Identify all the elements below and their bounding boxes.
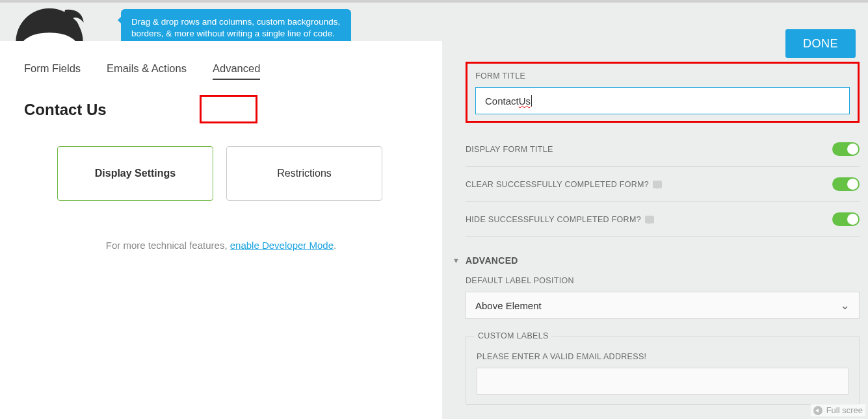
clear-form-label: CLEAR SUCCESSFULLY COMPLETED FORM? <box>466 180 662 189</box>
form-title-highlight: FORM TITLE Contact Us <box>466 62 860 123</box>
chevron-down-icon: ▼ <box>453 257 460 264</box>
left-panel: Form Fields Emails & Actions Advanced Co… <box>0 41 442 419</box>
page-title: Contact Us <box>0 80 442 119</box>
tab-form-fields[interactable]: Form Fields <box>24 62 81 80</box>
hide-form-row: HIDE SUCCESSFULLY COMPLETED FORM? <box>466 202 860 237</box>
fullscreen-text: Full scree <box>826 405 863 415</box>
form-title-label: FORM TITLE <box>475 71 850 81</box>
chevron-down-icon: ⌄ <box>840 298 850 312</box>
help-icon[interactable] <box>653 181 662 188</box>
default-label-pos-value: Above Element <box>475 300 542 311</box>
custom-labels-fieldset: CUSTOM LABELS PLEASE ENTER A VALID EMAIL… <box>466 336 860 405</box>
dev-note-post: . <box>334 240 336 251</box>
form-title-input[interactable]: Contact Us <box>475 87 850 114</box>
nav-tabs: Form Fields Emails & Actions Advanced <box>0 41 442 80</box>
advanced-section-header[interactable]: ▼ ADVANCED <box>466 237 860 272</box>
text-cursor <box>531 95 532 107</box>
card-restrictions[interactable]: Restrictions <box>226 146 382 201</box>
help-icon[interactable] <box>645 216 654 223</box>
fullscreen-hint[interactable]: Full scree <box>811 404 865 416</box>
clear-form-label-text: CLEAR SUCCESSFULLY COMPLETED FORM? <box>466 180 649 189</box>
hide-form-label-text: HIDE SUCCESSFULLY COMPLETED FORM? <box>466 215 641 224</box>
card-display-settings[interactable]: Display Settings <box>57 146 213 201</box>
enable-developer-mode-link[interactable]: enable Developer Mode <box>230 240 334 251</box>
email-error-label: PLEASE ENTER A VALID EMAIL ADDRESS! <box>477 352 848 361</box>
option-cards: Display Settings Restrictions <box>0 119 442 201</box>
advanced-section-label: ADVANCED <box>466 255 518 266</box>
display-form-title-row: DISPLAY FORM TITLE <box>466 132 860 167</box>
tab-emails-actions[interactable]: Emails & Actions <box>107 62 187 80</box>
clear-form-row: CLEAR SUCCESSFULLY COMPLETED FORM? <box>466 167 860 202</box>
email-error-input[interactable] <box>477 368 848 395</box>
fullscreen-icon <box>813 406 822 415</box>
settings-panel: FORM TITLE Contact Us DISPLAY FORM TITLE… <box>466 62 860 405</box>
top-border <box>0 0 868 3</box>
display-form-title-label: DISPLAY FORM TITLE <box>466 145 553 154</box>
dev-note-text: For more technical features, <box>106 240 230 251</box>
developer-mode-note: For more technical features, enable Deve… <box>0 201 442 251</box>
done-button[interactable]: DONE <box>785 29 856 58</box>
form-title-value-err: Us <box>519 95 531 107</box>
hide-form-label: HIDE SUCCESSFULLY COMPLETED FORM? <box>466 215 654 224</box>
ninja-logo <box>14 3 85 42</box>
custom-labels-legend: CUSTOM LABELS <box>474 331 553 340</box>
tab-advanced[interactable]: Advanced <box>213 62 260 80</box>
default-label-pos-select[interactable]: Above Element ⌄ <box>466 292 860 319</box>
clear-form-toggle[interactable] <box>832 177 860 191</box>
form-title-value-pre: Contact <box>485 95 519 107</box>
hide-form-toggle[interactable] <box>832 212 860 226</box>
default-label-pos-label: DEFAULT LABEL POSITION <box>466 276 860 285</box>
display-form-title-toggle[interactable] <box>832 142 860 156</box>
